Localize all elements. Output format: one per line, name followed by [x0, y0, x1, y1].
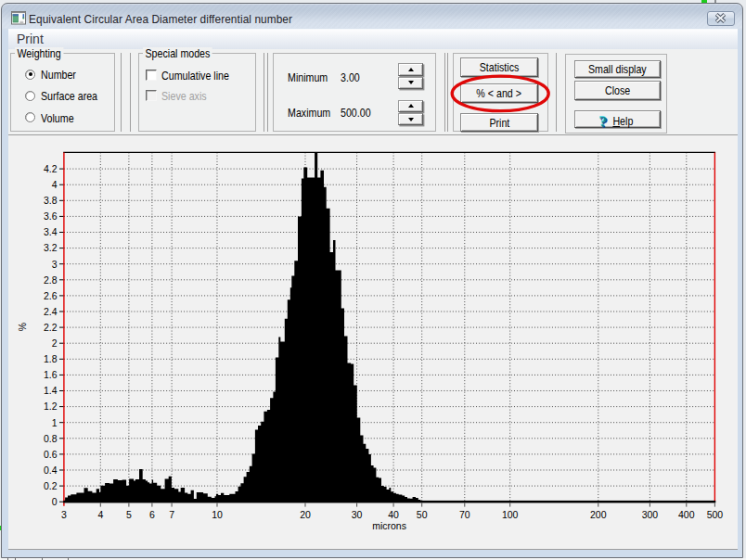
svg-text:10: 10 [212, 509, 223, 519]
svg-text:3.2: 3.2 [44, 243, 58, 253]
svg-text:2.2: 2.2 [44, 323, 58, 333]
svg-text:microns: microns [372, 520, 406, 530]
svg-text:2.6: 2.6 [44, 291, 58, 301]
svg-text:%: % [18, 323, 28, 331]
svg-text:3: 3 [61, 509, 67, 519]
svg-text:5: 5 [126, 509, 132, 519]
svg-text:0.8: 0.8 [44, 433, 58, 443]
svg-text:400: 400 [678, 509, 695, 519]
svg-text:0.6: 0.6 [44, 450, 58, 460]
svg-text:300: 300 [642, 509, 659, 519]
svg-text:1.4: 1.4 [44, 386, 58, 396]
svg-text:70: 70 [459, 509, 470, 519]
svg-text:3: 3 [52, 259, 58, 269]
svg-text:0.4: 0.4 [44, 465, 58, 476]
svg-text:1: 1 [52, 417, 58, 427]
svg-text:0: 0 [52, 497, 58, 507]
svg-text:4: 4 [97, 509, 103, 519]
svg-text:1.6: 1.6 [44, 370, 58, 380]
svg-text:0.2: 0.2 [44, 481, 58, 491]
svg-text:20: 20 [300, 509, 311, 519]
svg-text:2.8: 2.8 [44, 274, 58, 285]
svg-text:500: 500 [707, 509, 724, 519]
svg-text:2: 2 [52, 338, 58, 349]
svg-text:2.4: 2.4 [44, 307, 58, 317]
svg-text:40: 40 [388, 509, 399, 519]
svg-text:30: 30 [352, 509, 363, 519]
svg-text:50: 50 [417, 509, 428, 519]
svg-text:4: 4 [52, 180, 58, 190]
svg-text:3.8: 3.8 [44, 196, 58, 206]
svg-text:1.2: 1.2 [44, 401, 58, 412]
svg-text:4.2: 4.2 [44, 164, 58, 174]
svg-text:3.6: 3.6 [44, 211, 58, 222]
svg-text:1.8: 1.8 [44, 354, 58, 364]
svg-text:7: 7 [169, 509, 174, 519]
svg-text:6: 6 [149, 509, 155, 519]
svg-text:100: 100 [502, 509, 519, 519]
svg-text:3.4: 3.4 [44, 227, 58, 237]
svg-text:200: 200 [590, 509, 607, 519]
